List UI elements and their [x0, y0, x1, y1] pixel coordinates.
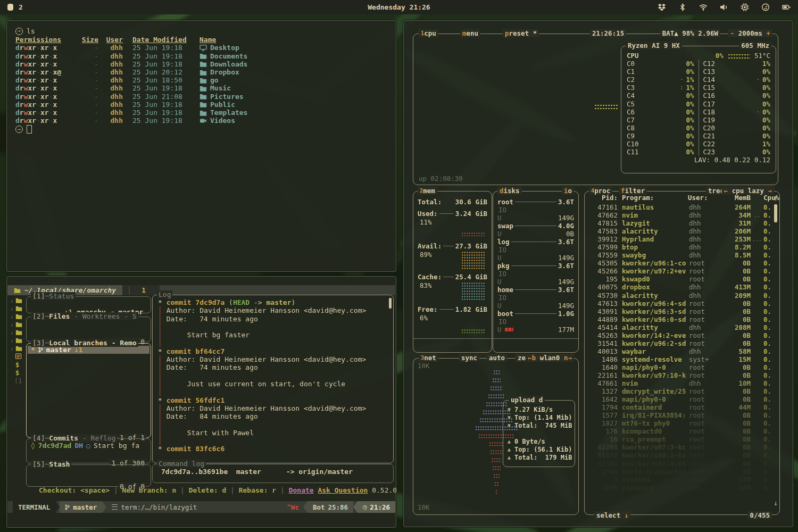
- proc-row[interactable]: 1327dmcrypt_write/25root0B0.0: [589, 387, 771, 395]
- proc-row[interactable]: 1640napi/phy0-0root0B0.0: [589, 363, 771, 371]
- proc-row[interactable]: 1827mt76-tx phy0root0B0.0: [589, 419, 771, 427]
- proc-header-pid[interactable]: Pid:: [589, 194, 618, 202]
- statusline-branch[interactable]: master: [60, 501, 102, 513]
- proc-row[interactable]: 45730alacrittydhh209M0.0: [589, 292, 771, 300]
- proc-scrollbar[interactable]: [774, 204, 777, 222]
- mem-box-title[interactable]: 2mem: [418, 187, 437, 195]
- sidebar-item-folder[interactable]: ›: [10, 313, 25, 321]
- file-name[interactable]: Desktop: [188, 44, 390, 52]
- proc-row[interactable]: 42389kworker/u97:4-btroot0B0.0: [589, 460, 771, 468]
- net-next-arrow[interactable]: →: [568, 354, 572, 362]
- panel-stash[interactable]: [5]─Stash 0 of 0: [26, 464, 151, 487]
- file-row[interactable]: drwxr-xr-x-dhh25 Jun 21:08Pictures: [15, 93, 390, 101]
- panel-command-log[interactable]: Command log 7dc9d7a..b3691be master -> o…: [152, 464, 394, 483]
- proc-row[interactable]: 44889kworker/u96:0-sdroot0B0.0: [589, 315, 771, 323]
- file-name[interactable]: Pictures: [188, 93, 390, 101]
- file-tree-sidebar[interactable]: ›››››››$$(1: [10, 297, 25, 485]
- file-row[interactable]: drwxr-xr-x@-dhh25 Jun 20:12Dropbox: [15, 68, 390, 76]
- file-name[interactable]: Templates: [188, 109, 390, 117]
- sidebar-item-folder[interactable]: ›: [10, 345, 25, 353]
- scroll-up-arrow[interactable]: ↑: [774, 194, 778, 202]
- net-box-title[interactable]: 3net: [419, 354, 438, 362]
- proc-header-memb[interactable]: MemB: [718, 194, 751, 202]
- interval-plus-button[interactable]: +: [766, 29, 770, 37]
- menu-button[interactable]: menu: [460, 29, 480, 37]
- sidebar-item-folder[interactable]: ›: [10, 329, 25, 337]
- proc-row[interactable]: 22161kworker/u97:10-kroot0B0.0: [589, 371, 771, 379]
- net-prev-arrow[interactable]: ←: [528, 354, 532, 362]
- file-name[interactable]: go: [188, 76, 390, 84]
- lazygit-window[interactable]: ~/.local/share/omarchy │ 1 ›››››››$$(1 […: [6, 276, 396, 528]
- proc-row[interactable]: 47815lazygitdhh31M0.0: [589, 219, 771, 227]
- branch-row-master[interactable]: * master ↓1: [28, 346, 149, 354]
- net-interface-switcher[interactable]: ←b wlan0 n→: [526, 354, 574, 362]
- sidebar-item-folder[interactable]: ›: [10, 297, 25, 305]
- donate-link[interactable]: Donate: [289, 486, 314, 494]
- proc-row[interactable]: 45305kworker/u96:1-coroot0B0.0: [589, 259, 771, 267]
- cpu-box-title[interactable]: 1cpu: [419, 29, 438, 37]
- proc-row[interactable]: 16rcu_preemptroot0B0.0: [589, 435, 771, 443]
- gauge-icon[interactable]: [761, 3, 770, 11]
- proc-row[interactable]: 195kswapd0root0B0.0: [589, 275, 771, 283]
- panel-branches[interactable]: [3]─Local branches - Remo * master ↓1 1 …: [26, 343, 151, 438]
- scroll-down-arrow[interactable]: ↓: [774, 499, 778, 507]
- interval-minus-button[interactable]: -: [730, 29, 735, 37]
- panel-log[interactable]: Log * commit 7dc9d7a (HEAD -> master)│ A…: [152, 295, 394, 463]
- wifi-icon[interactable]: [699, 3, 708, 11]
- sidebar-item-folder[interactable]: ›: [10, 321, 25, 329]
- proc-row[interactable]: 42208kworker/u97:3-kcroot0B0.0: [589, 443, 771, 451]
- sidebar-item-folder[interactable]: ›: [10, 305, 25, 313]
- panel-files[interactable]: [2]─Files - Worktrees - S 0 of 0: [26, 317, 151, 342]
- keybinding-space[interactable]: Checkout: <space>: [39, 486, 110, 494]
- keybinding-d[interactable]: Delete: d: [189, 486, 226, 494]
- io-toggle[interactable]: io: [562, 187, 574, 195]
- proc-row[interactable]: 47559swaybgdhh8.5M0.0: [589, 251, 771, 259]
- proc-header-program[interactable]: Program:: [618, 194, 688, 202]
- proc-row[interactable]: 1794containerdroot44M0.0: [589, 403, 771, 411]
- proc-row[interactable]: 40013waybardhh58M0.0: [589, 347, 771, 355]
- file-row[interactable]: drwxr-xr-x-dhh25 Jun 18:50go: [15, 76, 390, 84]
- file-name[interactable]: Public: [188, 101, 390, 109]
- proc-row[interactable]: 31541kworker/u96:2-sdroot0B0.0: [589, 339, 771, 347]
- proc-row[interactable]: 45263kworker/14:2-everoot0B0.0: [589, 331, 771, 339]
- proc-row[interactable]: 176kcompactd0root0B0.0: [589, 427, 771, 435]
- btop-window[interactable]: 1cpu menu preset * 21:26:15 BAT▲ 98% 2.9…: [403, 20, 793, 527]
- file-row[interactable]: drwxr-xr-x-dhh25 Jun 19:18Templates: [15, 109, 390, 117]
- proc-row[interactable]: 47613kworker/u96:4-sdroot0B0.0: [589, 300, 771, 307]
- file-name[interactable]: Downloads: [188, 60, 390, 68]
- battery-icon[interactable]: [782, 3, 791, 11]
- proc-row[interactable]: 1642napi/phy0-0root0B0.0: [589, 395, 771, 403]
- keybinding-r[interactable]: Rebase: r: [239, 486, 276, 494]
- disks-box-title[interactable]: disks: [497, 187, 522, 195]
- proc-row[interactable]: 47583alacrittydhh206M0.0: [589, 227, 771, 235]
- ask-question-link[interactable]: Ask Question: [318, 486, 368, 494]
- file-row[interactable]: drwxr-xr-x-dhh25 Jun 19:18Documents: [15, 52, 390, 60]
- proc-row[interactable]: 47661nvimdhh10M0.0: [589, 379, 771, 387]
- log-scrollbar[interactable]: [389, 298, 392, 309]
- terminal-cursor[interactable]: [27, 125, 32, 134]
- statusline-file[interactable]: term:/…/bin/lazygit: [106, 501, 202, 513]
- file-row[interactable]: drwxr-xr-x-dhh25 Jun 19:18Public: [15, 101, 390, 109]
- tab-1[interactable]: 1: [136, 285, 160, 295]
- proc-select-hint[interactable]: select ↓: [594, 511, 630, 519]
- net-auto-button[interactable]: auto: [487, 354, 507, 362]
- file-row[interactable]: drwxr-xr-x-dhh25 Jun 19:18Videos: [15, 117, 390, 124]
- net-sync-button[interactable]: sync: [459, 354, 479, 362]
- file-row[interactable]: drwxr-xr-x-dhh25 Jun 19:18Music: [15, 84, 390, 92]
- proc-row[interactable]: 1577irq/81-PIXA3854:root0B0.0: [589, 411, 771, 419]
- sidebar-item-folder[interactable]: ›: [10, 337, 25, 345]
- net-stats-title[interactable]: upload d: [509, 396, 545, 404]
- proc-row[interactable]: 40075dropboxdhh413M0.0: [589, 283, 771, 291]
- proc-row[interactable]: 1805pipewiredhh14M0.0: [589, 484, 771, 492]
- file-name[interactable]: Dropbox: [188, 68, 390, 76]
- terminal-window-ls[interactable]: → ls PermissionsSizeUserDate ModifiedNam…: [6, 20, 396, 272]
- proc-row[interactable]: 1486systemd-resolvesyst+15M0.0: [589, 355, 771, 363]
- proc-header-user[interactable]: User:: [688, 194, 718, 202]
- panel-status[interactable]: [1]─Status ↓1 omarchy → master: [26, 296, 151, 313]
- update-interval[interactable]: - 2000ms +: [728, 29, 772, 37]
- file-name[interactable]: Documents: [188, 52, 390, 60]
- proc-row[interactable]: 1systemdroot13M0.0: [589, 476, 771, 484]
- proc-row[interactable]: 39912Hyprlanddhh253M...0.0: [589, 235, 771, 243]
- proc-row[interactable]: 45266kworker/u97:2+evroot0B0.0: [589, 267, 771, 275]
- preset-button[interactable]: preset *: [503, 29, 539, 37]
